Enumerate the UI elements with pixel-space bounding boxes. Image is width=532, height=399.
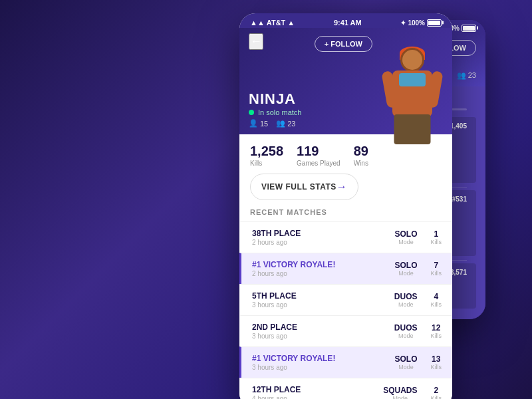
match-kills-val: 1: [430, 229, 442, 239]
match-time: 2 hours ago: [252, 239, 301, 246]
match-row[interactable]: 5TH PLACE 3 hours ago DUOS Mode 4 Kills: [239, 284, 452, 315]
match-kills-stat: 12 Kills: [430, 323, 442, 339]
hero-section: ← + FOLLOW NINJA In sol: [239, 28, 452, 134]
match-left: #1 VICTORY ROYALE! 3 hours ago: [252, 354, 335, 371]
match-place: 5TH PLACE: [252, 291, 297, 301]
match-kills-lbl: Kills: [430, 239, 442, 245]
match-mode-stat: SQUADS Mode: [383, 386, 417, 399]
following-count: 23: [287, 120, 295, 128]
carrier-name: AT&T: [267, 19, 286, 27]
match-kills-val: 7: [430, 261, 442, 270]
games-label: Games Played: [297, 160, 340, 167]
match-right: SQUADS Mode 2 Kills: [383, 386, 442, 399]
match-row[interactable]: #1 VICTORY ROYALE! 2 hours ago SOLO Mode…: [239, 253, 452, 284]
match-mode-stat: SOLO Mode: [394, 354, 417, 370]
match-mode-lbl: Mode: [394, 270, 417, 277]
kills-label: Kills: [250, 160, 283, 167]
recent-matches-title: RECENT MATCHES: [239, 208, 452, 221]
match-mode-lbl: Mode: [394, 301, 418, 308]
match-kills-lbl: Kills: [430, 270, 442, 277]
match-mode-stat: DUOS Mode: [394, 323, 418, 339]
match-row[interactable]: 12TH PLACE 4 hours ago SQUADS Mode 2 Kil…: [239, 378, 452, 399]
match-mode-val: SOLO: [394, 261, 417, 270]
rank-2-value: #531: [452, 196, 467, 203]
match-row[interactable]: 2ND PLACE 3 hours ago DUOS Mode 12 Kills: [239, 315, 452, 346]
back-button[interactable]: ←: [249, 33, 263, 50]
match-time: 3 hours ago: [252, 364, 335, 371]
following-icon: 👥: [276, 119, 285, 128]
arrow-right-icon: →: [336, 181, 348, 193]
followers-icon: 👤: [249, 119, 258, 128]
player-name: NINJA: [249, 90, 301, 108]
match-row[interactable]: 38TH PLACE 2 hours ago SOLO Mode 1 Kills: [239, 221, 452, 253]
match-left: 12TH PLACE 4 hours ago: [252, 385, 301, 399]
player-status: In solo match: [249, 108, 301, 116]
match-mode-val: SOLO: [394, 354, 417, 364]
match-right: DUOS Mode 4 Kills: [394, 292, 442, 308]
match-kills-stat: 7 Kills: [430, 261, 442, 277]
back-following-icon: 👥: [457, 71, 466, 79]
match-mode-stat: DUOS Mode: [394, 292, 418, 308]
match-kills-val: 2: [430, 386, 442, 395]
match-mode-lbl: Mode: [383, 395, 417, 399]
match-place: 38TH PLACE: [252, 229, 301, 238]
match-left: 5TH PLACE 3 hours ago: [252, 291, 297, 309]
match-left: 2ND PLACE 3 hours ago: [252, 323, 297, 340]
games-stat: 119 Games Played: [297, 144, 340, 167]
match-kills-stat: 2 Kills: [430, 386, 442, 399]
games-value: 119: [297, 144, 340, 159]
match-time: 3 hours ago: [252, 301, 297, 309]
match-mode-stat: SOLO Mode: [394, 261, 417, 277]
match-list: 38TH PLACE 2 hours ago SOLO Mode 1 Kills…: [239, 221, 452, 399]
match-right: SOLO Mode 7 Kills: [394, 261, 442, 277]
match-place: #1 VICTORY ROYALE!: [252, 354, 335, 363]
phones-container: 9:41 AM ✦ 100% + FOLLOW 👤 15 👥 23: [0, 0, 532, 399]
match-kills-val: 12: [430, 323, 442, 332]
view-full-stats-button[interactable]: VIEW FULL STATS →: [250, 174, 358, 200]
match-kills-lbl: Kills: [430, 364, 442, 370]
match-mode-lbl: Mode: [394, 239, 417, 245]
match-row[interactable]: #1 VICTORY ROYALE! 3 hours ago SOLO Mode…: [239, 346, 452, 378]
match-mode-lbl: Mode: [394, 332, 418, 339]
carrier-info: ▲▲ AT&T ▲: [250, 19, 295, 27]
match-kills-stat: 1 Kills: [430, 229, 442, 245]
match-right: DUOS Mode 12 Kills: [394, 323, 442, 339]
match-right: SOLO Mode 1 Kills: [394, 229, 442, 245]
front-battery-area: ✦ 100%: [400, 19, 442, 27]
kills-stat: 1,258 Kills: [250, 144, 283, 167]
status-dot-icon: [249, 110, 254, 115]
wins-value: 89: [354, 144, 368, 159]
char-legs: [394, 114, 431, 144]
front-status-bar: ▲▲ AT&T ▲ 9:41 AM ✦ 100%: [239, 13, 452, 28]
match-right: SOLO Mode 13 Kills: [394, 354, 442, 370]
battery-icon: [427, 19, 442, 27]
character-image: [379, 48, 446, 148]
char-head: [400, 48, 424, 72]
wins-stat: 89 Wins: [354, 144, 368, 167]
char-scarf: [399, 73, 426, 86]
match-left: 38TH PLACE 2 hours ago: [252, 229, 301, 246]
phone-front: ▲▲ AT&T ▲ 9:41 AM ✦ 100% ← + FOLLOW: [239, 13, 452, 399]
battery-pct: 100%: [408, 19, 425, 27]
match-kills-val: 4: [430, 292, 442, 301]
match-kills-lbl: Kills: [430, 395, 442, 399]
match-kills-stat: 4 Kills: [430, 292, 442, 308]
bluetooth-icon: ✦: [400, 19, 406, 27]
match-time: 4 hours ago: [252, 395, 301, 399]
battery-fill: [428, 21, 440, 25]
view-stats-label: VIEW FULL STATS: [261, 182, 336, 192]
match-kills-stat: 13 Kills: [430, 354, 442, 370]
profile-social: 👤 15 👥 23: [249, 119, 301, 128]
match-left: #1 VICTORY ROYALE! 2 hours ago: [252, 260, 335, 277]
match-mode-val: DUOS: [394, 323, 418, 332]
signal-icon: ▲▲: [250, 19, 265, 27]
match-mode-val: SOLO: [394, 229, 417, 239]
match-time: 3 hours ago: [252, 332, 297, 340]
match-place: 12TH PLACE: [252, 385, 301, 394]
kills-value: 1,258: [250, 144, 283, 159]
follow-button[interactable]: + FOLLOW: [315, 36, 372, 52]
match-mode-stat: SOLO Mode: [394, 229, 417, 245]
followers-count: 15: [260, 120, 268, 128]
match-mode-lbl: Mode: [394, 364, 417, 370]
match-kills-lbl: Kills: [430, 332, 442, 339]
